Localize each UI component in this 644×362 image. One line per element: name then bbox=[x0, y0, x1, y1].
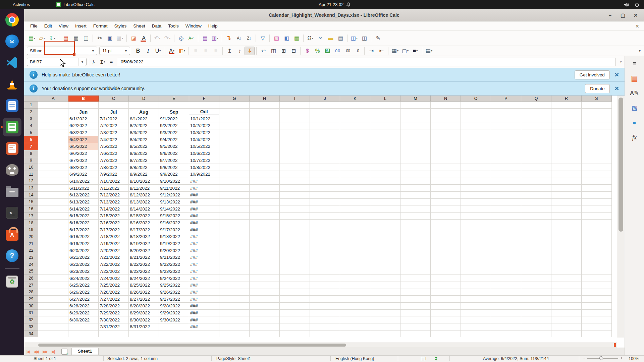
column-header-H[interactable]: H bbox=[250, 96, 280, 102]
row-header-27[interactable]: 27 bbox=[24, 282, 38, 289]
grid-cell-E29[interactable]: 9/27/2022 bbox=[159, 296, 189, 303]
grid-cell-N26[interactable] bbox=[431, 275, 461, 282]
grid-cell-I31[interactable] bbox=[280, 310, 310, 317]
grid-cell-S6[interactable] bbox=[582, 136, 612, 143]
grid-cell-J6[interactable] bbox=[310, 136, 340, 143]
grid-cell-G5[interactable] bbox=[219, 129, 250, 136]
grid-cell-O20[interactable] bbox=[461, 233, 491, 240]
font-size-combo[interactable]: 11 pt ▼ bbox=[99, 47, 130, 55]
grid-cell-F25[interactable]: ### bbox=[189, 268, 219, 275]
show-draw-functions-button[interactable]: ✎ bbox=[373, 34, 383, 43]
grid-cell-S19[interactable] bbox=[582, 226, 612, 233]
grid-cell-H34[interactable] bbox=[250, 330, 280, 338]
grid-cell-P4[interactable] bbox=[491, 122, 521, 129]
row-header-20[interactable]: 20 bbox=[24, 233, 38, 240]
grid-cell-A16[interactable] bbox=[38, 205, 68, 213]
grid-cell-C4[interactable]: 7/2/2022 bbox=[99, 122, 129, 129]
grid-cell-E34[interactable] bbox=[159, 330, 189, 338]
grid-cell-R5[interactable] bbox=[551, 129, 582, 136]
grid-cell-E7[interactable]: 9/5/2022 bbox=[159, 143, 189, 150]
grid-cell-J4[interactable] bbox=[310, 122, 340, 129]
grid-cell-N23[interactable] bbox=[431, 254, 461, 261]
grid-cell-C16[interactable]: 7/14/2022 bbox=[99, 205, 129, 213]
grid-cell-P14[interactable] bbox=[491, 192, 521, 199]
grid-cell-P33[interactable] bbox=[491, 323, 521, 330]
grid-cell-P3[interactable] bbox=[491, 115, 521, 122]
grid-cell-R4[interactable] bbox=[551, 122, 582, 129]
grid-cell-K11[interactable] bbox=[340, 171, 370, 178]
grid-cell-C33[interactable]: 7/31/2022 bbox=[99, 323, 129, 330]
grid-cell-B28[interactable]: 6/26/2022 bbox=[68, 289, 99, 296]
grid-cell-C28[interactable]: 7/26/2022 bbox=[99, 289, 129, 296]
split-handle[interactable] bbox=[614, 343, 616, 347]
grid-cell-O3[interactable] bbox=[461, 115, 491, 122]
grid-cell-D12[interactable]: 8/10/2022 bbox=[129, 178, 159, 185]
clone-formatting-button[interactable]: ◪ bbox=[128, 34, 139, 43]
next-sheet-icon[interactable]: ▶▶ bbox=[43, 350, 47, 354]
grid-cell-M3[interactable] bbox=[400, 115, 431, 122]
grid-cell-G28[interactable] bbox=[219, 289, 250, 296]
sidebar-tab-properties-icon[interactable]: ▤ bbox=[628, 72, 641, 85]
vertical-scrollbar[interactable] bbox=[617, 96, 624, 338]
chevron-down-icon[interactable]: ▾ bbox=[184, 49, 185, 52]
grid-cell-E14[interactable]: 9/12/2022 bbox=[159, 192, 189, 199]
grid-cell-O15[interactable] bbox=[461, 199, 491, 206]
first-sheet-icon[interactable]: |◀ bbox=[26, 350, 29, 354]
highlight-color-button[interactable]: ◧▾ bbox=[177, 47, 187, 55]
grid-cell-E31[interactable]: 9/29/2022 bbox=[159, 310, 189, 317]
grid-cell-E33[interactable] bbox=[159, 323, 189, 330]
grid-cell-O7[interactable] bbox=[461, 143, 491, 150]
grid-cell-R27[interactable] bbox=[551, 282, 582, 289]
grid-cell-S34[interactable] bbox=[582, 330, 612, 338]
grid-cell-B10[interactable]: 6/8/2022 bbox=[68, 164, 99, 171]
grid-cell-E13[interactable]: 9/11/2022 bbox=[159, 185, 189, 192]
sort-ascending-button[interactable]: A↓ bbox=[234, 34, 244, 43]
grid-cell-R12[interactable] bbox=[551, 178, 582, 185]
grid-cell-L10[interactable] bbox=[370, 164, 400, 171]
chevron-down-icon[interactable]: ▾ bbox=[173, 49, 174, 52]
grid-cell-K19[interactable] bbox=[340, 226, 370, 233]
row-header-29[interactable]: 29 bbox=[24, 296, 38, 303]
activities-button[interactable]: Activities bbox=[13, 2, 30, 7]
grid-cell-J24[interactable] bbox=[310, 261, 340, 268]
grid-cell-J16[interactable] bbox=[310, 205, 340, 213]
grid-cell-P11[interactable] bbox=[491, 171, 521, 178]
row-header-21[interactable]: 21 bbox=[24, 240, 38, 247]
grid-cell-R24[interactable] bbox=[551, 261, 582, 268]
grid-cell-R3[interactable] bbox=[551, 115, 582, 122]
grid-cell-I14[interactable] bbox=[280, 192, 310, 199]
grid-cell-H3[interactable] bbox=[250, 115, 280, 122]
grid-cell-F23[interactable]: ### bbox=[189, 254, 219, 261]
dock-trash-icon[interactable]: ♻ bbox=[0, 271, 24, 292]
grid-cell-K20[interactable] bbox=[340, 233, 370, 240]
grid-cell-H33[interactable] bbox=[250, 323, 280, 330]
grid-cell-G22[interactable] bbox=[219, 247, 250, 254]
grid-cell-B12[interactable]: 6/10/2022 bbox=[68, 178, 99, 185]
grid-cell-L25[interactable] bbox=[370, 268, 400, 275]
grid-cell-L4[interactable] bbox=[370, 122, 400, 129]
grid-cell-F17[interactable]: ### bbox=[189, 213, 219, 220]
grid-cell-G15[interactable] bbox=[219, 199, 250, 206]
grid-cell-A18[interactable] bbox=[38, 220, 68, 227]
name-box[interactable]: B6:B7 ▼ bbox=[27, 58, 87, 66]
grid-cell-O31[interactable] bbox=[461, 310, 491, 317]
grid-cell-Q13[interactable] bbox=[521, 185, 551, 192]
grid-cell-H31[interactable] bbox=[250, 310, 280, 317]
grid-cell-D26[interactable]: 8/24/2022 bbox=[129, 275, 159, 282]
grid-cell-I27[interactable] bbox=[280, 282, 310, 289]
format-date-button[interactable]: 15 bbox=[322, 47, 332, 55]
grid-cell-R18[interactable] bbox=[551, 220, 582, 227]
menu-styles[interactable]: Styles bbox=[111, 22, 130, 30]
grid-cell-M17[interactable] bbox=[400, 213, 431, 220]
grid-cell-L11[interactable] bbox=[370, 171, 400, 178]
grid-cell-P23[interactable] bbox=[491, 254, 521, 261]
grid-cell-P10[interactable] bbox=[491, 164, 521, 171]
grid-cell-B29[interactable]: 6/27/2022 bbox=[68, 296, 99, 303]
grid-cell-Q15[interactable] bbox=[521, 199, 551, 206]
grid-cell-C20[interactable]: 7/18/2022 bbox=[99, 233, 129, 240]
grid-cell-A22[interactable] bbox=[38, 247, 68, 254]
grid-cell-P17[interactable] bbox=[491, 213, 521, 220]
freeze-panes-button[interactable]: ◫▾ bbox=[349, 34, 359, 43]
grid-cell-K18[interactable] bbox=[340, 220, 370, 227]
center-vertically-button[interactable]: ↕ bbox=[234, 47, 245, 55]
